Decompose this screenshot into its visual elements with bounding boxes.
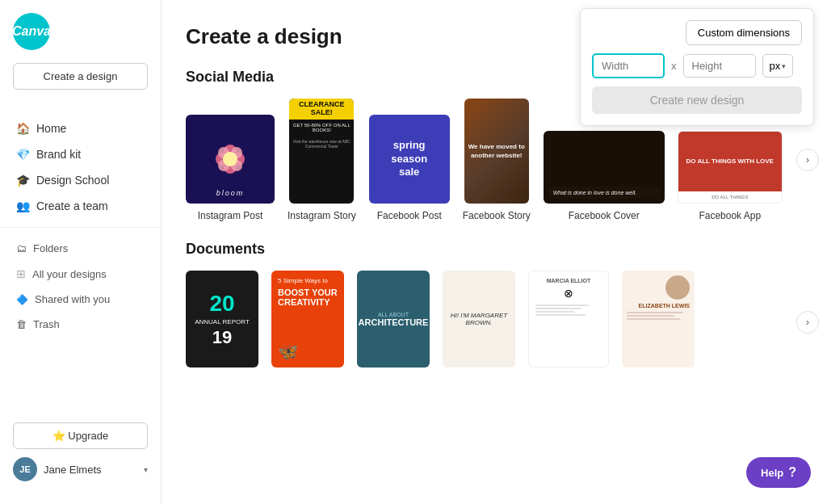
shared-icon: 🔷 [16,294,28,305]
marcia-card[interactable]: MARCIA ELLIOT ⊗ [528,271,609,374]
clearance-title: CLEARANCE SALE! [291,101,352,117]
boost-title: BOOST YOUR CREATIVITY [278,288,338,307]
documents-title: Documents [186,241,803,258]
sidebar-item-design-school[interactable]: 🎓 Design School [0,167,161,193]
instagram-post-label: Instagram Post [198,210,263,221]
spring-text: spring season sale [391,139,427,180]
facebook-app-bottom: DO ALL THINGS [678,191,782,203]
chevron-down-icon: ▾ [144,465,148,474]
boost-icon: 🦋 [278,342,338,361]
facebook-cover-label: Facebook Cover [569,210,640,221]
svg-point-8 [223,152,237,166]
spring-line1: spring [393,139,426,151]
dimension-inputs: x px ▾ [592,53,802,78]
facebook-story-label: Facebook Story [463,210,531,221]
annual-report-card[interactable]: 20 ANNUAL REPORT 19 [186,271,258,374]
avatar: JE [13,457,37,481]
instagram-story-card[interactable]: CLEARANCE SALE! GET 50-80% OFF ON ALL BO… [288,99,356,221]
sidebar-label-trash: Trash [33,318,60,330]
dimension-x-separator: x [671,60,677,72]
sidebar-item-trash[interactable]: 🗑 Trash [0,312,161,337]
help-question-icon: ? [788,465,796,480]
facebook-app-thumb: DO ALL THINGS WITH LOVE DO ALL THINGS [678,131,783,204]
unit-chevron-icon: ▾ [782,62,786,70]
elizabeth-line [627,318,680,320]
upgrade-button[interactable]: ⭐ Upgrade [13,422,148,449]
elizabeth-line [627,312,683,313]
marcia-lines [535,304,602,316]
clearance-detail: Visit the warehouse now at ABC Commercia… [289,139,354,149]
ar-text: ANNUAL REPORT [195,318,250,326]
facebook-story-card[interactable]: We have moved to another website! Facebo… [463,99,531,221]
sidebar-label-home: Home [36,122,66,135]
margaret-card[interactable]: HI! I'M MARGARET BROWN. [443,271,515,374]
height-input[interactable] [683,54,756,78]
facebook-app-card[interactable]: DO ALL THINGS WITH LOVE DO ALL THINGS Fa… [678,131,783,221]
team-icon: 👥 [16,200,30,212]
width-input[interactable] [592,53,665,78]
social-media-next-arrow[interactable]: › [796,149,819,171]
create-design-button[interactable]: Create a design [13,63,148,90]
help-label: Help [761,467,783,479]
marcia-logo-symbol: ⊗ [535,287,602,300]
sidebar-item-brand[interactable]: 💎 Brand kit [0,141,161,167]
instagram-post-card[interactable]: bloom Instagram Post [186,115,275,221]
sidebar-item-shared[interactable]: 🔷 Shared with you [0,287,161,312]
ar-year: 20 [209,291,234,317]
facebook-cover-card[interactable]: What is done in love is done well. Faceb… [544,131,665,221]
sidebar: Canva Create a design 🏠 Home 💎 Brand kit… [0,0,162,504]
documents-next-arrow[interactable]: › [796,311,819,334]
sidebar-item-create-team[interactable]: 👥 Create a team [0,193,161,219]
elizabeth-line [627,315,674,317]
canva-logo[interactable]: Canva [13,13,50,50]
boost-creativity-card[interactable]: 5 Simple Ways to BOOST YOUR CREATIVITY 🦋 [271,271,344,374]
school-icon: 🎓 [16,174,30,187]
architecture-card[interactable]: ALL ABOUT ARCHITECTURE [357,271,430,374]
sidebar-item-home[interactable]: 🏠 Home [0,116,161,141]
facebook-app-text: DO ALL THINGS WITH LOVE [686,158,774,166]
user-name: Jane Elmets [44,464,137,476]
arch-about: ALL ABOUT [378,312,409,317]
spring-line3: sale [399,166,419,178]
instagram-story-thumb: CLEARANCE SALE! GET 50-80% OFF ON ALL BO… [289,99,354,204]
elizabeth-card[interactable]: ELIZABETH LEWIS [622,271,695,374]
trash-icon: 🗑 [16,318,27,330]
folder-icon: 🗂 [16,242,27,254]
marcia-line [535,304,589,306]
facebook-story-thumb: We have moved to another website! [464,99,529,204]
unit-select[interactable]: px ▾ [762,54,794,78]
margaret-thumb: HI! I'M MARGARET BROWN. [443,271,515,368]
ar-year2: 19 [212,327,232,348]
custom-dimensions-button[interactable]: Custom dimensions [686,20,802,45]
boost-small: 5 Simple Ways to [278,277,338,284]
instagram-post-thumb: bloom [186,115,275,204]
facebook-cover-quote: What is done in love is done well. [553,190,655,195]
flower-svg [206,135,254,183]
bloom-label: bloom [216,189,245,197]
brand-icon: 💎 [16,148,30,161]
margaret-text: HI! I'M MARGARET BROWN. [449,312,509,326]
instagram-story-label: Instagram Story [288,210,356,221]
logo-area: Canva [0,13,161,63]
sidebar-item-all-designs[interactable]: ⊞ All your designs [0,261,161,287]
facebook-post-card[interactable]: spring season sale Facebook Post [369,115,450,221]
marcia-line [535,311,575,313]
documents-cards: 20 ANNUAL REPORT 19 5 Simple Ways to BOO… [186,271,803,374]
facebook-cover-thumb: What is done in love is done well. [544,131,665,204]
facebook-story-text: We have moved to another website! [464,142,529,160]
marcia-name: MARCIA ELLIOT [535,278,602,284]
facebook-post-thumb: spring season sale [369,115,450,204]
boost-creativity-thumb: 5 Simple Ways to BOOST YOUR CREATIVITY 🦋 [271,271,344,368]
create-new-design-button[interactable]: Create new design [592,86,802,114]
sidebar-label-brand: Brand kit [36,148,81,161]
user-row[interactable]: JE Jane Elmets ▾ [13,457,148,481]
arch-title: ARCHITECTURE [359,317,429,327]
marcia-line [535,308,581,309]
help-button[interactable]: Help ? [746,457,811,488]
facebook-post-label: Facebook Post [377,210,442,221]
facebook-app-label: Facebook App [699,210,761,221]
elizabeth-lines [627,312,690,320]
sidebar-item-folders[interactable]: 🗂 Folders [0,236,161,261]
logo-text: Canva [12,24,51,39]
home-icon: 🏠 [16,122,30,135]
